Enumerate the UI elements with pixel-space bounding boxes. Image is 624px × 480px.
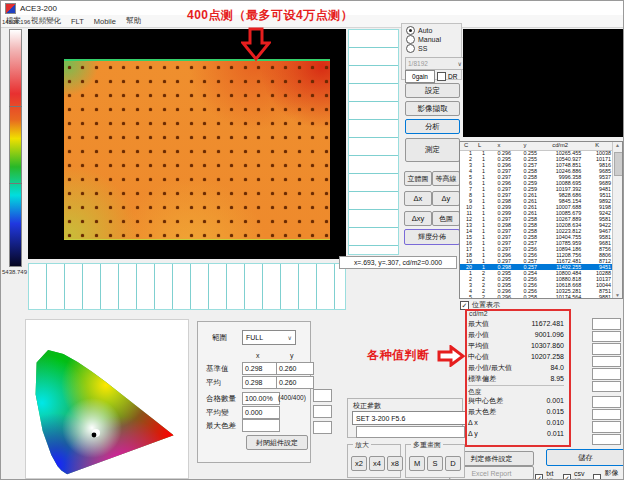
radio-ss-label: SS — [418, 45, 427, 52]
pass-rate-field[interactable]: 100.00% — [242, 392, 280, 405]
max-chroma-label: 最大色差 — [206, 421, 236, 431]
measure-point — [230, 206, 233, 209]
limit-input[interactable] — [592, 396, 621, 408]
colormap-button[interactable]: 色圖 — [432, 211, 460, 226]
value-label: 最小值/最大值 — [468, 363, 512, 373]
measure-point — [136, 108, 139, 111]
lum-rows: 最大值11672.481最小值9001.096平均值10307.860中心值10… — [468, 318, 564, 384]
menu-item[interactable]: Mobile — [94, 17, 116, 26]
measure-point — [149, 192, 152, 195]
measure-point — [163, 66, 166, 69]
scroll-up-icon[interactable]: ▲ — [613, 142, 622, 148]
analyze-button[interactable]: 分析 — [405, 119, 460, 134]
limit-input[interactable] — [592, 318, 621, 330]
multiscreen-button-d[interactable]: D — [445, 456, 461, 471]
heatmap-canvas[interactable] — [28, 29, 346, 259]
stereo-3d-button[interactable]: 立體圖 — [404, 171, 432, 186]
radio-auto[interactable]: Auto — [406, 26, 432, 35]
delta-xy-button[interactable]: Δxy — [404, 211, 432, 226]
scroll-thumb[interactable] — [614, 152, 623, 176]
measure-point — [244, 164, 247, 167]
ref-x-field[interactable]: 0.298 — [242, 362, 280, 375]
ref-y-field[interactable]: 0.260 — [276, 362, 314, 375]
measure-point — [122, 206, 125, 209]
measure-point — [325, 164, 328, 167]
radio-ss[interactable]: SS — [406, 44, 427, 53]
limit-input[interactable] — [592, 331, 621, 343]
measure-point — [203, 136, 206, 139]
menu-item[interactable]: 幫助 — [126, 16, 141, 26]
limit-input[interactable] — [592, 356, 621, 368]
measure-point — [190, 136, 193, 139]
max-chroma-field[interactable] — [242, 419, 280, 432]
measure-point — [244, 234, 247, 237]
radio-manual[interactable]: Manual — [406, 35, 441, 44]
delta-x-button[interactable]: Δx — [404, 191, 432, 206]
luminance-heatmap[interactable] — [64, 59, 330, 240]
scroll-down-icon[interactable]: ▼ — [613, 292, 622, 298]
position-display-checkbox[interactable]: ✓ 位置表示 — [460, 300, 500, 310]
measure-point — [217, 66, 220, 69]
settings-button[interactable]: 設定 — [405, 83, 460, 98]
zoom-button-x2[interactable]: x2 — [351, 456, 367, 471]
limit-col-right-top — [592, 318, 621, 392]
limit-input[interactable] — [592, 381, 621, 393]
measure-point — [230, 164, 233, 167]
value-row: 平均值10307.860 — [468, 340, 564, 351]
limit-input[interactable] — [313, 405, 332, 418]
limit-input[interactable] — [592, 343, 621, 355]
calibration-extra-field[interactable] — [356, 426, 465, 438]
checkbox-icon — [593, 474, 601, 480]
shutter-select[interactable]: 1/8192 ∨ — [405, 57, 465, 70]
zoom-button-x8[interactable]: x8 — [387, 456, 403, 471]
measure-point — [230, 192, 233, 195]
csv-file-label: csv檔 — [574, 470, 589, 480]
menu-item[interactable]: FLT — [71, 17, 84, 26]
multiscreen-button-m[interactable]: M — [409, 456, 425, 471]
limit-input[interactable] — [313, 421, 332, 434]
measure-point — [95, 80, 98, 83]
avg-y-field[interactable]: 0.260 — [276, 376, 314, 389]
measure-point — [271, 150, 274, 153]
image-file-checkbox[interactable]: 影像檔 — [593, 468, 623, 480]
zero-gain-button[interactable]: 0gain — [405, 70, 435, 83]
table-body[interactable]: 110.2960.25510265.45510038210.2950.25510… — [460, 150, 613, 298]
measurement-table[interactable]: CLxycd/m2K 110.2960.25510265.45510038210… — [459, 141, 623, 299]
measure-point — [136, 66, 139, 69]
dr-checkbox[interactable]: DR — [437, 72, 457, 81]
pass-count-label: 合格數量 — [206, 394, 236, 404]
csv-file-checkbox[interactable]: ✓ csv檔 — [563, 468, 590, 480]
luminance-dist-button[interactable]: 輝度分佈 — [404, 229, 460, 245]
measure-point — [136, 94, 139, 97]
contour-button[interactable]: 等高線 — [432, 171, 460, 186]
image-capture-button[interactable]: 影像擷取 — [405, 101, 460, 116]
table-scrollbar[interactable]: ▲ ▼ — [612, 142, 622, 298]
txt-file-checkbox[interactable]: ✓ txt檔 — [535, 468, 559, 480]
vertical-profile-plot — [348, 29, 399, 255]
limit-input[interactable] — [592, 434, 621, 446]
measure-point — [271, 234, 274, 237]
range-select[interactable]: FULL ∨ — [242, 330, 296, 345]
zoom-button-x4[interactable]: x4 — [369, 456, 385, 471]
table-header-cell: x — [487, 142, 513, 150]
measure-button[interactable]: 測定 — [405, 138, 460, 162]
delta-y-button[interactable]: Δy — [432, 191, 460, 206]
multiscreen-button-s[interactable]: S — [427, 456, 443, 471]
limit-input[interactable] — [592, 368, 621, 380]
measure-point — [176, 122, 179, 125]
calibration-select[interactable]: SET 3-200 F5.6 — [352, 411, 467, 425]
measure-point — [190, 164, 193, 167]
col-y-header: y — [290, 352, 294, 359]
seal-settings-button[interactable]: 封閉組件設定 — [246, 435, 308, 450]
limit-input[interactable] — [592, 421, 621, 433]
limit-input[interactable] — [313, 389, 332, 402]
measure-point — [257, 66, 260, 69]
save-button[interactable]: 儲存 — [546, 449, 624, 466]
cie-chromaticity-panel[interactable] — [25, 319, 189, 479]
measure-point — [81, 66, 84, 69]
measure-point — [81, 206, 84, 209]
limit-input[interactable] — [592, 409, 621, 421]
avg-x-field[interactable]: 0.298 — [242, 376, 280, 389]
avg-dev-field[interactable]: 0.000 — [242, 406, 280, 419]
table-row[interactable]: 520.2960.25810174.5649881 — [460, 294, 613, 299]
